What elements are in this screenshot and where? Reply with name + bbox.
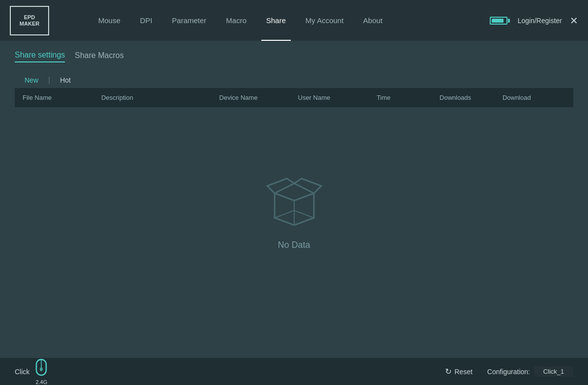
login-register-button[interactable]: Login/Register bbox=[518, 17, 562, 25]
reset-label: Reset bbox=[454, 368, 473, 376]
nav-item-about[interactable]: About bbox=[353, 0, 392, 41]
reset-button[interactable]: ↻ Reset bbox=[445, 367, 473, 376]
nav-item-myaccount[interactable]: My Account bbox=[296, 0, 354, 41]
app-logo: EPDMAKER bbox=[10, 6, 49, 35]
filter-tabs: New | Hot bbox=[15, 72, 573, 88]
battery-icon bbox=[490, 17, 510, 25]
col-devicename: Device Name bbox=[219, 94, 298, 101]
col-download: Download bbox=[503, 94, 565, 101]
nav-item-share[interactable]: Share bbox=[256, 0, 296, 41]
mouse-connectivity-label: 2.4G bbox=[35, 379, 47, 385]
config-label: Configuration: bbox=[487, 368, 530, 376]
nav-item-dpi[interactable]: DPI bbox=[130, 0, 162, 41]
config-section: Configuration: Click_1 bbox=[487, 366, 573, 377]
no-data-label: No Data bbox=[278, 240, 310, 250]
mouse-icon-wrapper: 2.4G bbox=[34, 358, 48, 385]
nav-item-mouse[interactable]: Mouse bbox=[88, 0, 130, 41]
data-table: File Name Description Device Name User N… bbox=[15, 88, 573, 107]
col-description: Description bbox=[101, 94, 219, 101]
svg-point-7 bbox=[40, 367, 43, 371]
bottom-right: ↻ Reset Configuration: Click_1 bbox=[445, 366, 573, 377]
reset-icon: ↻ bbox=[445, 367, 451, 376]
click-section: Click 2.4G bbox=[15, 358, 48, 385]
empty-box-icon bbox=[265, 171, 324, 230]
col-filename: File Name bbox=[23, 94, 101, 101]
col-time: Time bbox=[377, 94, 440, 101]
col-username: User Name bbox=[298, 94, 377, 101]
click-label: Click bbox=[15, 368, 29, 376]
mouse-icon bbox=[34, 358, 48, 378]
close-button[interactable]: ✕ bbox=[570, 16, 578, 26]
title-bar-right: Login/Register ✕ bbox=[490, 16, 578, 26]
title-bar: EPDMAKER Mouse DPI Parameter Macro Share… bbox=[0, 0, 588, 41]
tab-share-macros[interactable]: Share Macros bbox=[75, 51, 124, 62]
nav-item-macro[interactable]: Macro bbox=[216, 0, 256, 41]
main-nav: Mouse DPI Parameter Macro Share My Accou… bbox=[88, 0, 392, 41]
content-area: Share settings Share Macros New | Hot Fi… bbox=[0, 41, 588, 324]
col-downloads: Downloads bbox=[440, 94, 503, 101]
tab-share-settings[interactable]: Share settings bbox=[15, 51, 65, 62]
nav-item-parameter[interactable]: Parameter bbox=[162, 0, 216, 41]
filter-tab-hot[interactable]: Hot bbox=[50, 72, 81, 88]
table-header: File Name Description Device Name User N… bbox=[15, 88, 573, 107]
filter-tab-new[interactable]: New bbox=[15, 72, 48, 88]
bottom-bar: Click 2.4G ↻ Reset Configuration: Click_… bbox=[0, 358, 588, 385]
config-value: Click_1 bbox=[534, 366, 573, 377]
sub-tabs: Share settings Share Macros bbox=[15, 51, 573, 62]
empty-state: No Data bbox=[15, 107, 573, 314]
